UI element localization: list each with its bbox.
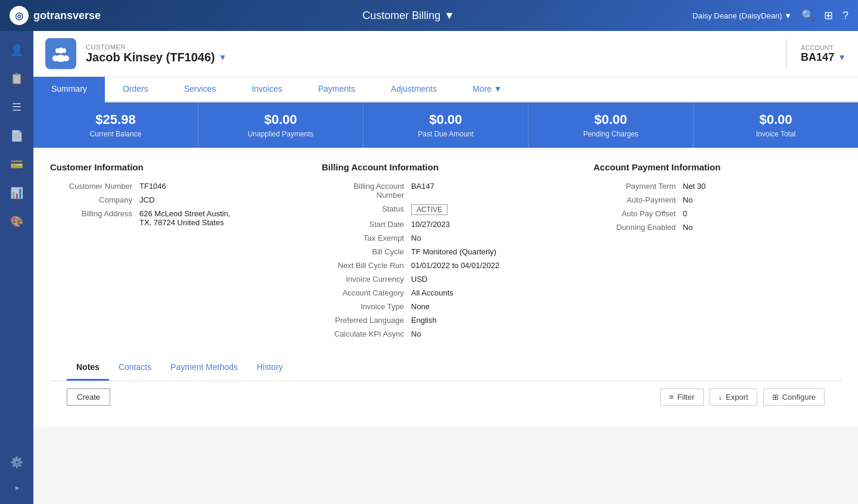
- invoice-type-value: None: [411, 302, 430, 311]
- app-title-text: Customer Billing: [362, 10, 440, 22]
- tax-exempt-label: Tax Exempt: [322, 234, 411, 242]
- stat-current-balance-value: $25.98: [45, 112, 186, 127]
- customer-name-text: Jacob Kinsey (TF1046): [86, 51, 215, 64]
- account-name-text: BA147: [801, 51, 834, 64]
- payment-term-value: Net 30: [683, 182, 705, 191]
- customer-number-value: TF1046: [139, 182, 166, 191]
- customer-information-section: Customer Information Customer Number TF1…: [50, 162, 298, 343]
- payment-information-section: Account Payment Information Payment Term…: [593, 162, 841, 343]
- invoice-currency-label: Invoice Currency: [322, 275, 411, 284]
- billing-status-row: Status ACTIVE: [322, 204, 570, 215]
- sidebar-item-settings[interactable]: ⚙️: [5, 450, 29, 474]
- user-name: Daisy Deane (DaisyDean): [692, 11, 782, 20]
- account-name: BA147 ▼: [801, 51, 846, 64]
- content-body: Customer Information Customer Number TF1…: [33, 148, 858, 427]
- configure-button[interactable]: ⊞ Configure: [763, 388, 825, 406]
- account-category-label: Account Category: [322, 288, 411, 297]
- auto-payment-value: No: [683, 195, 693, 204]
- sidebar-item-list[interactable]: ☰: [5, 95, 29, 119]
- account-info-block: ACCOUNT BA147 ▼: [801, 44, 846, 64]
- tab-orders[interactable]: Orders: [105, 77, 166, 102]
- stat-unapplied-payments-value: $0.00: [210, 112, 351, 127]
- account-category-row: Account Category All Accounts: [322, 288, 570, 297]
- company-row: Company JCD: [50, 195, 298, 204]
- configure-icon: ⊞: [772, 393, 779, 402]
- calculate-kpi-label: Calculate KPI Async: [322, 329, 411, 338]
- tab-adjustments[interactable]: Adjustments: [373, 77, 455, 102]
- preferred-language-row: Preferred Language English: [322, 316, 570, 325]
- billing-account-number-row: Billing AccountNumber BA147: [322, 182, 570, 200]
- bottom-tab-notes[interactable]: Notes: [67, 355, 109, 381]
- customer-label: CUSTOMER: [86, 43, 772, 51]
- auto-payment-row: Auto-Payment No: [593, 195, 841, 204]
- stats-bar: $25.98 Current Balance $0.00 Unapplied P…: [33, 102, 858, 148]
- sidebar-item-users[interactable]: 👤: [5, 38, 29, 62]
- app-logo[interactable]: ◎ gotransverse: [10, 6, 101, 25]
- stat-pending-charges-label: Pending Charges: [540, 130, 681, 138]
- billing-address-label: Billing Address: [50, 209, 139, 218]
- stat-past-due-label: Past Due Amount: [375, 130, 516, 138]
- tab-payments[interactable]: Payments: [300, 77, 373, 102]
- customer-info-block: CUSTOMER Jacob Kinsey (TF1046) ▼: [86, 43, 772, 64]
- tab-invoices[interactable]: Invoices: [234, 77, 300, 102]
- bottom-tab-payment-methods[interactable]: Payment Methods: [161, 355, 247, 381]
- grid-icon[interactable]: ⊞: [824, 9, 833, 22]
- calculate-kpi-row: Calculate KPI Async No: [322, 329, 570, 338]
- account-dropdown-arrow[interactable]: ▼: [838, 52, 846, 62]
- search-icon[interactable]: 🔍: [801, 9, 815, 22]
- stat-invoice-total: $0.00 Invoice Total: [694, 102, 858, 148]
- stat-current-balance-label: Current Balance: [45, 130, 186, 138]
- customer-number-label: Customer Number: [50, 182, 139, 191]
- customer-information-title: Customer Information: [50, 162, 298, 172]
- filter-button[interactable]: ≡ Filter: [660, 388, 703, 406]
- sidebar: 👤 📋 ☰ 📄 💳 📊 🎨 ⚙️ »: [0, 31, 33, 504]
- tab-more[interactable]: More ▼: [455, 77, 520, 102]
- stat-past-due: $0.00 Past Due Amount: [363, 102, 529, 148]
- create-button[interactable]: Create: [67, 388, 110, 406]
- sidebar-item-documents[interactable]: 📋: [5, 67, 29, 91]
- top-navigation: ◎ gotransverse Customer Billing ▼ Daisy …: [0, 0, 858, 31]
- sidebar-collapse-button[interactable]: »: [15, 479, 19, 497]
- help-icon[interactable]: ?: [843, 10, 848, 22]
- tab-services[interactable]: Services: [166, 77, 234, 102]
- user-menu[interactable]: Daisy Deane (DaisyDean) ▼: [692, 11, 792, 20]
- bottom-tab-contacts[interactable]: Contacts: [109, 355, 161, 381]
- billing-account-section: Billing Account Information Billing Acco…: [322, 162, 570, 343]
- export-button[interactable]: ↓ Export: [710, 388, 757, 406]
- start-date-label: Start Date: [322, 220, 411, 229]
- sidebar-item-palette[interactable]: 🎨: [5, 210, 29, 234]
- auto-pay-offset-label: Auto Pay Offset: [593, 209, 683, 218]
- sidebar-item-chart[interactable]: 📊: [5, 181, 29, 205]
- calculate-kpi-value: No: [411, 329, 421, 338]
- bill-cycle-label: Bill Cycle: [322, 247, 411, 256]
- dunning-enabled-label: Dunning Enabled: [593, 223, 683, 232]
- logo-icon: ◎: [10, 6, 29, 25]
- filter-icon: ≡: [669, 393, 674, 402]
- main-layout: 👤 📋 ☰ 📄 💳 📊 🎨 ⚙️ » CUSTOMER: [0, 31, 858, 504]
- tax-exempt-row: Tax Exempt No: [322, 234, 570, 242]
- stat-unapplied-payments-label: Unapplied Payments: [210, 130, 351, 138]
- info-sections: Customer Information Customer Number TF1…: [50, 162, 841, 343]
- billing-status-label: Status: [322, 204, 411, 213]
- start-date-row: Start Date 10/27/2023: [322, 220, 570, 229]
- tab-summary[interactable]: Summary: [33, 77, 105, 102]
- account-category-value: All Accounts: [411, 288, 453, 297]
- billing-account-number-value: BA147: [411, 182, 434, 191]
- nav-right: Daisy Deane (DaisyDean) ▼ 🔍 ⊞ ?: [692, 9, 848, 22]
- next-bill-cycle-label: Next Bill Cycle Run: [322, 261, 411, 270]
- stat-invoice-total-label: Invoice Total: [705, 130, 846, 138]
- svg-point-2: [63, 48, 66, 53]
- sidebar-item-card[interactable]: 💳: [5, 153, 29, 176]
- stat-current-balance: $25.98 Current Balance: [33, 102, 198, 148]
- svg-point-4: [52, 55, 58, 61]
- customer-dropdown-arrow[interactable]: ▼: [219, 52, 227, 62]
- app-title[interactable]: Customer Billing ▼: [362, 10, 455, 22]
- bottom-actions: Create ≡ Filter ↓ Export ⊞ Configure: [50, 381, 841, 413]
- bottom-tab-history[interactable]: History: [247, 355, 293, 381]
- app-name: gotransverse: [33, 10, 101, 22]
- next-bill-cycle-value: 01/01/2022 to 04/01/2022: [411, 261, 499, 270]
- stat-pending-charges-value: $0.00: [540, 112, 681, 127]
- dunning-enabled-value: No: [683, 223, 693, 232]
- customer-name: Jacob Kinsey (TF1046) ▼: [86, 51, 772, 64]
- sidebar-item-invoice[interactable]: 📄: [5, 124, 29, 148]
